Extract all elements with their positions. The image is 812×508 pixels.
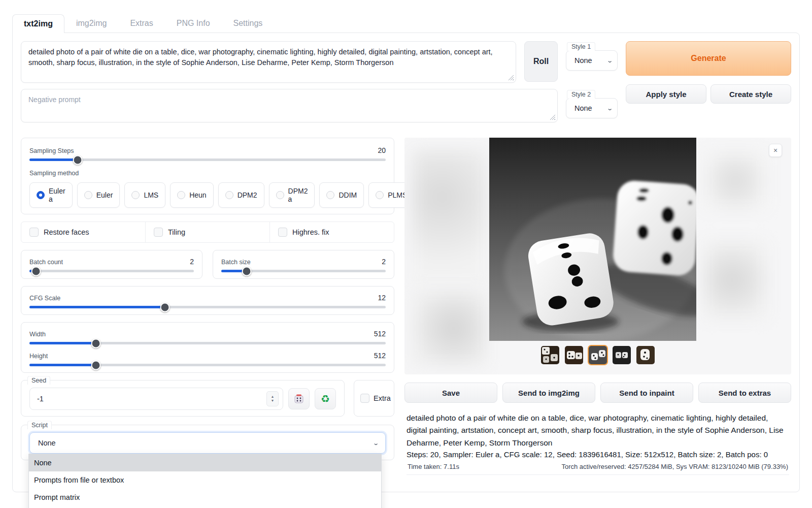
create-style-button[interactable]: Create style	[710, 84, 791, 104]
output-prompt-text: detailed photo of a pair of white die on…	[407, 412, 789, 449]
radio-lms[interactable]: LMS	[124, 182, 165, 208]
tab-txt2img[interactable]: txt2img	[12, 14, 64, 33]
slider-thumb[interactable]	[91, 338, 101, 348]
script-option-prompts-file[interactable]: Prompts from file or textbox	[29, 471, 381, 489]
seed-value: -1	[37, 395, 44, 403]
batch-size-label: Batch size	[221, 259, 251, 266]
batch-size-panel: Batch size 2	[213, 250, 394, 279]
radio-euler-a[interactable]: Euler a	[29, 182, 73, 208]
tab-png-info[interactable]: PNG Info	[165, 14, 222, 33]
width-slider[interactable]	[29, 342, 386, 344]
slider-thumb[interactable]	[91, 360, 101, 370]
roll-button[interactable]: Roll	[524, 41, 558, 82]
prompt-text: detailed photo of a pair of white die on…	[28, 48, 493, 67]
seed-input[interactable]: -1 ▲▼	[29, 388, 283, 410]
restore-faces-checkbox[interactable]: Restore faces	[21, 222, 145, 242]
random-seed-button[interactable]	[288, 388, 310, 409]
style2-dropdown[interactable]: None ⌄	[566, 98, 618, 118]
chevron-down-icon: ⌄	[373, 440, 379, 447]
slider-thumb[interactable]	[73, 155, 82, 165]
radio-icon	[276, 191, 284, 199]
radio-icon	[84, 191, 92, 199]
number-stepper[interactable]: ▲▼	[266, 391, 279, 406]
gallery-thumbnail[interactable]	[540, 345, 560, 365]
tiling-checkbox[interactable]: Tiling	[145, 222, 269, 242]
height-slider[interactable]	[29, 364, 386, 366]
reuse-seed-button[interactable]: ♻	[315, 388, 336, 409]
save-button[interactable]: Save	[404, 383, 497, 403]
sampling-steps-value: 20	[378, 146, 386, 154]
sampling-steps-slider[interactable]	[29, 158, 386, 161]
radio-euler[interactable]: Euler	[77, 182, 120, 208]
script-option-xy-plot[interactable]: X/Y plot	[29, 506, 381, 508]
tab-extras[interactable]: Extras	[118, 14, 164, 33]
close-icon[interactable]: ×	[769, 144, 782, 157]
resize-handle-icon[interactable]	[550, 114, 555, 120]
gallery-thumbnail[interactable]	[564, 345, 584, 365]
send-to-extras-button[interactable]: Send to extras	[698, 383, 791, 403]
extra-seed-checkbox[interactable]: Extra	[354, 380, 394, 417]
style1-value: None	[574, 56, 592, 65]
toggle-strip: Restore faces Tiling Highres. fix	[21, 221, 394, 243]
script-option-prompt-matrix[interactable]: Prompt matrix	[29, 489, 381, 506]
batch-count-value: 2	[190, 258, 194, 266]
seed-label: Seed	[27, 376, 50, 385]
generated-image[interactable]	[489, 138, 696, 341]
style1-dropdown[interactable]: None ⌄	[566, 50, 618, 71]
highres-fix-checkbox[interactable]: Highres. fix	[269, 222, 394, 242]
script-value: None	[38, 439, 56, 447]
sampling-method-label: Sampling method	[29, 170, 79, 177]
cfg-scale-value: 12	[378, 294, 386, 302]
recycle-icon: ♻	[321, 393, 330, 405]
gallery-thumbnail[interactable]	[612, 345, 632, 365]
prompt-input[interactable]: detailed photo of a pair of white die on…	[21, 41, 516, 83]
resize-handle-icon[interactable]	[508, 75, 514, 80]
generation-info: detailed photo of a pair of white die on…	[404, 412, 791, 475]
radio-ddim[interactable]: DDIM	[319, 182, 364, 208]
output-actions: Save Send to img2img Send to inpaint Sen…	[404, 383, 791, 403]
blurred-preview-image	[702, 239, 768, 321]
batch-count-slider[interactable]	[29, 270, 194, 272]
tab-img2img[interactable]: img2img	[64, 14, 118, 33]
chevron-down-icon: ⌄	[606, 57, 613, 64]
sampling-method-group: Euler a Euler LMS Heun DPM2 DPM2 a DDIM …	[29, 182, 386, 208]
negative-prompt-input[interactable]: Negative prompt	[21, 89, 558, 122]
send-to-img2img-button[interactable]: Send to img2img	[502, 383, 595, 403]
tab-bar: txt2img img2img Extras PNG Info Settings	[12, 12, 800, 33]
radio-icon	[131, 191, 140, 199]
checkbox-icon	[154, 228, 163, 237]
cfg-scale-label: CFG Scale	[29, 295, 60, 302]
radio-heun[interactable]: Heun	[170, 182, 213, 208]
time-taken-text: Time taken: 7.11s	[408, 463, 459, 470]
gallery-thumbnail[interactable]	[635, 345, 656, 365]
generate-button[interactable]: Generate	[626, 41, 791, 76]
gallery-thumbnail-selected[interactable]	[588, 345, 608, 365]
batch-count-label: Batch count	[29, 259, 63, 266]
txt2img-app: txt2img img2img Extras PNG Info Settings…	[0, 0, 812, 492]
batch-size-value: 2	[382, 258, 386, 266]
checkbox-icon	[278, 228, 287, 237]
radio-dpm2[interactable]: DPM2	[218, 182, 264, 208]
script-panel: Script None ⌄ None Prompts from file or …	[21, 425, 394, 460]
cfg-scale-panel: CFG Scale 12	[21, 286, 394, 315]
script-dropdown[interactable]: None ⌄	[29, 432, 386, 454]
script-label: Script	[27, 421, 52, 429]
script-option-none[interactable]: None	[29, 454, 381, 471]
radio-icon	[326, 191, 334, 199]
radio-icon	[225, 191, 233, 199]
send-to-inpaint-button[interactable]: Send to inpaint	[600, 383, 693, 403]
negative-prompt-placeholder: Negative prompt	[28, 96, 81, 104]
tab-settings[interactable]: Settings	[222, 14, 275, 33]
apply-style-button[interactable]: Apply style	[626, 84, 706, 104]
style1-label: Style 1	[567, 42, 595, 51]
radio-dpm2-a[interactable]: DPM2 a	[269, 182, 315, 208]
slider-thumb[interactable]	[160, 302, 170, 312]
blurred-preview-image	[412, 149, 488, 286]
slider-thumb[interactable]	[31, 266, 41, 276]
chevron-down-icon: ⌄	[606, 105, 613, 112]
slider-thumb[interactable]	[242, 266, 252, 276]
batch-size-slider[interactable]	[221, 270, 386, 272]
sampling-steps-label: Sampling Steps	[29, 147, 74, 154]
width-value: 512	[374, 330, 386, 338]
cfg-scale-slider[interactable]	[29, 306, 386, 308]
